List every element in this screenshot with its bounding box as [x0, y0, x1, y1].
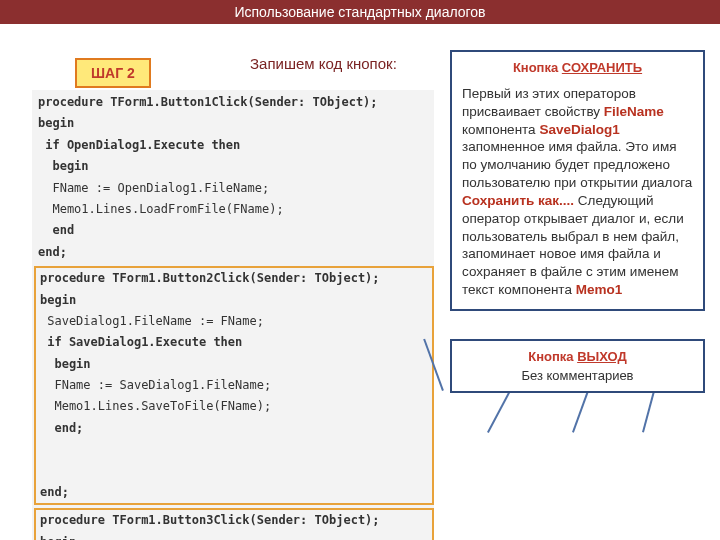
code-line: if OpenDialog1.Execute then [34, 135, 434, 156]
exit-box-subtitle: Без комментариев [462, 368, 693, 383]
prompt-text: Запишем код кнопок: [250, 55, 397, 72]
token-savedialog: SaveDialog1 [539, 122, 619, 137]
highlight-frame-exit: procedure TForm1.Button3Click(Sender: TO… [34, 508, 434, 540]
code-line: procedure TForm1.Button3Click(Sender: TO… [36, 510, 432, 531]
code-line: Memo1.Lines.SaveToFile(FName); [36, 396, 432, 417]
code-line: begin [34, 156, 434, 177]
exit-box-title: Кнопка ВЫХОД [462, 349, 693, 364]
exit-description-box: Кнопка ВЫХОД Без комментариев [450, 339, 705, 393]
token-memo: Memo1 [576, 282, 623, 297]
step-badge: ШАГ 2 [75, 58, 151, 88]
code-line: procedure TForm1.Button2Click(Sender: TO… [36, 268, 432, 289]
code-line: end; [36, 482, 432, 503]
code-line: begin [34, 113, 434, 134]
code-line: begin [36, 290, 432, 311]
code-block: procedure TForm1.Button1Click(Sender: TO… [32, 90, 434, 540]
save-box-title: Кнопка СОХРАНИТЬ [462, 60, 693, 75]
title-action: СОХРАНИТЬ [562, 60, 642, 75]
code-line: SaveDialog1.FileName := FName; [36, 311, 432, 332]
code-line: end; [36, 418, 432, 439]
code-line: FName := SaveDialog1.FileName; [36, 375, 432, 396]
code-line: procedure TForm1.Button1Click(Sender: TO… [34, 92, 434, 113]
title-prefix: Кнопка [528, 349, 577, 364]
title-prefix: Кнопка [513, 60, 562, 75]
save-box-paragraph: Первый из этих операторов присваивает св… [462, 85, 693, 299]
code-line: end; [34, 242, 434, 263]
page-header: Использование стандартных диалогов [0, 0, 720, 24]
code-line: begin [36, 532, 432, 540]
code-line: end [34, 220, 434, 241]
token-filename: FileName [604, 104, 664, 119]
code-line [36, 439, 432, 460]
code-line: begin [36, 354, 432, 375]
token-saveas: Сохранить как.... [462, 193, 574, 208]
code-line: if SaveDialog1.Execute then [36, 332, 432, 353]
title-action: ВЫХОД [577, 349, 627, 364]
code-line: FName := OpenDialog1.FileName; [34, 178, 434, 199]
highlight-frame-save: procedure TForm1.Button2Click(Sender: TO… [34, 266, 434, 505]
code-line: Memo1.Lines.LoadFromFile(FName); [34, 199, 434, 220]
save-description-box: Кнопка СОХРАНИТЬ Первый из этих оператор… [450, 50, 705, 311]
code-line [36, 461, 432, 482]
